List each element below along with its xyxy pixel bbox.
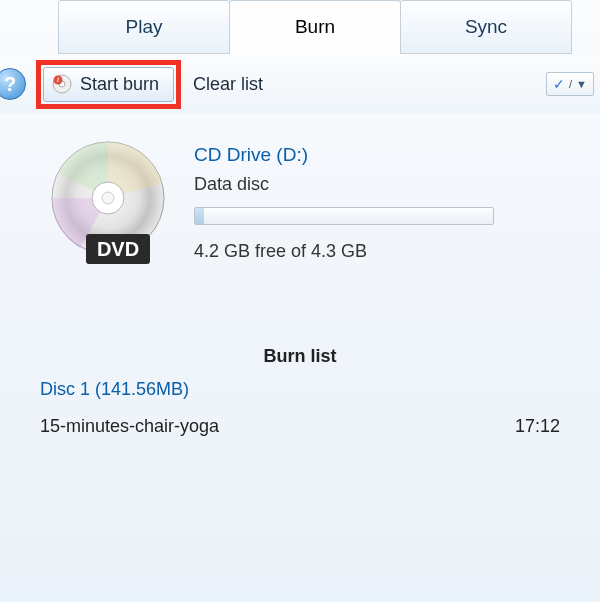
disc-usage-bar xyxy=(194,207,494,225)
burn-list-header: Burn list xyxy=(0,346,600,367)
disc-type-label: Data disc xyxy=(194,174,494,195)
start-burn-button[interactable]: Start burn xyxy=(43,67,174,102)
tab-play[interactable]: Play xyxy=(58,0,230,54)
dvd-disc-icon: DVD xyxy=(40,138,176,274)
list-options-dropdown[interactable]: ✓ / ▼ xyxy=(546,72,594,96)
drive-details: CD Drive (D:) Data disc 4.2 GB free of 4… xyxy=(194,138,494,274)
toolbar: ? Start burn Clear list ✓ / ▼ xyxy=(0,54,600,114)
track-name: 15-minutes-chair-yoga xyxy=(40,416,219,437)
start-burn-label: Start burn xyxy=(80,74,159,95)
disc-title[interactable]: Disc 1 (141.56MB) xyxy=(0,367,600,410)
annotation-highlight: Start burn xyxy=(36,60,181,109)
tab-burn[interactable]: Burn xyxy=(229,0,401,54)
tab-sync[interactable]: Sync xyxy=(400,0,572,54)
svg-point-6 xyxy=(102,192,114,204)
track-duration: 17:12 xyxy=(515,416,560,437)
tab-bar: Play Burn Sync xyxy=(0,0,600,54)
disc-usage-fill xyxy=(195,208,204,224)
svg-text:DVD: DVD xyxy=(97,238,139,260)
check-icon: ✓ xyxy=(553,76,565,92)
list-item[interactable]: 15-minutes-chair-yoga 17:12 xyxy=(0,410,600,443)
burn-disc-icon xyxy=(52,74,72,94)
help-icon[interactable]: ? xyxy=(0,68,26,100)
drive-info-section: DVD CD Drive (D:) Data disc 4.2 GB free … xyxy=(0,114,600,274)
free-space-label: 4.2 GB free of 4.3 GB xyxy=(194,241,494,262)
clear-list-button[interactable]: Clear list xyxy=(193,74,263,95)
chevron-down-icon: ▼ xyxy=(576,78,587,90)
drive-title[interactable]: CD Drive (D:) xyxy=(194,144,494,166)
pen-icon: / xyxy=(569,78,572,90)
